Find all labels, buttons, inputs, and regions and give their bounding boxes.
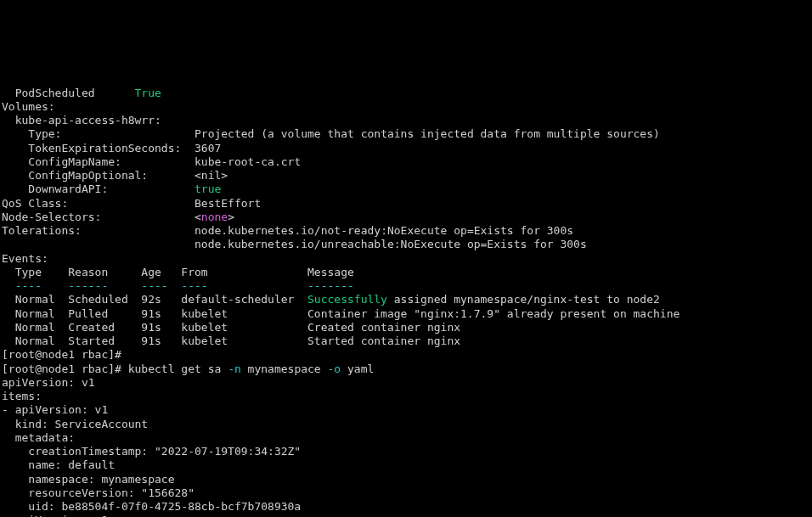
configmapname-label: ConfigMapName: <box>2 155 195 168</box>
event-row-2: Normal Pulled 91s kubelet Container imag… <box>2 307 679 320</box>
yaml-line: creationTimestamp: "2022-07-19T09:34:32Z… <box>2 445 301 458</box>
command-part: kubectl get sa <box>128 362 228 375</box>
volumes-label: Volumes: <box>2 100 55 113</box>
event-row-3: Normal Created 91s kubelet Created conta… <box>2 321 460 334</box>
nodeselectors-close: > <box>228 211 234 223</box>
command-part: mynamespace <box>241 362 328 375</box>
event-row-1-success: Successfully <box>307 293 387 306</box>
event-row-1b: assigned mynamespace/nginx-test to node2 <box>387 293 660 306</box>
volume-type-value: Projected (a volume that contains inject… <box>195 127 660 140</box>
nodeselectors-open: < <box>195 211 201 223</box>
command-flag: -n <box>228 362 241 375</box>
qosclass-label: QoS Class: <box>2 197 195 210</box>
podscheduled-label: PodScheduled <box>2 87 135 99</box>
events-columns: Type Reason Age From Message <box>2 266 354 278</box>
qosclass-value: BestEffort <box>195 197 261 210</box>
configmapoptional-label: ConfigMapOptional: <box>2 169 195 182</box>
yaml-line: apiVersion: v1 <box>2 376 95 389</box>
podscheduled-value: True <box>135 87 161 99</box>
events-dashes: ---- ------ ---- ---- ------- <box>2 279 354 292</box>
nodeselectors-none: none <box>201 211 228 223</box>
tolerations-label: Tolerations: <box>2 224 195 237</box>
toleration-2: node.kubernetes.io/unreachable:NoExecute… <box>195 238 587 250</box>
command-flag: -o <box>328 362 341 375</box>
shell-prompt: [root@node1 rbac]# <box>2 362 128 375</box>
terminal-output[interactable]: PodScheduled True Volumes: kube-api-acce… <box>0 69 812 517</box>
event-row-4: Normal Started 91s kubelet Started conta… <box>2 334 460 347</box>
yaml-line: kind: ServiceAccount <box>2 418 148 430</box>
yaml-line: resourceVersion: "156628" <box>2 486 195 499</box>
tolerations-pad <box>2 238 195 250</box>
events-header: Events: <box>2 252 48 265</box>
yaml-line: namespace: mynamespace <box>2 473 175 486</box>
command-part: yaml <box>341 362 374 375</box>
toleration-1: node.kubernetes.io/not-ready:NoExecute o… <box>195 224 573 237</box>
yaml-line: metadata: <box>2 431 75 444</box>
downwardapi-value: true <box>195 183 221 195</box>
token-expiration-value: 3607 <box>195 142 221 155</box>
nodeselectors-label: Node-Selectors: <box>2 211 195 223</box>
downwardapi-label: DownwardAPI: <box>2 183 195 195</box>
yaml-line: name: default <box>2 458 115 471</box>
yaml-line: items: <box>2 390 42 402</box>
yaml-line: uid: be88504f-07f0-4725-88cb-bcf7b708930… <box>2 500 301 513</box>
volume-name: kube-api-access-h8wrr: <box>2 114 161 126</box>
configmapname-value: kube-root-ca.crt <box>195 155 301 168</box>
shell-prompt: [root@node1 rbac]# <box>2 348 121 361</box>
yaml-line: - apiVersion: v1 <box>2 514 108 517</box>
token-expiration-label: TokenExpirationSeconds: <box>2 142 195 155</box>
yaml-line: - apiVersion: v1 <box>2 403 108 416</box>
configmapoptional-value: <nil> <box>195 169 228 182</box>
event-row-1a: Normal Scheduled 92s default-scheduler <box>2 293 307 306</box>
volume-type-label: Type: <box>2 127 195 140</box>
